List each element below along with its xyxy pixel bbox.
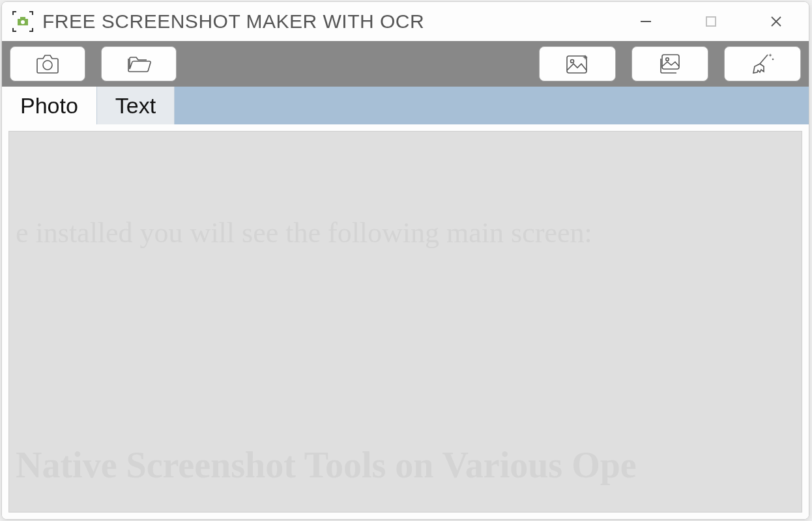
tab-photo[interactable]: Photo [2,87,97,124]
background-bleed-text-2: Native Screenshot Tools on Various Ope [16,444,637,486]
svg-point-10 [21,20,25,24]
image-canvas[interactable]: e installed you will see the following m… [8,131,802,513]
camera-icon [33,51,62,77]
tab-text[interactable]: Text [97,87,175,124]
tab-text-label: Text [115,93,156,119]
maximize-icon [704,14,718,29]
folder-open-icon [124,51,153,77]
tab-photo-label: Photo [20,93,78,119]
toolbar [2,41,809,87]
svg-rect-12 [706,17,716,26]
svg-rect-16 [567,56,587,73]
svg-point-15 [43,61,52,70]
svg-point-17 [571,60,574,63]
svg-rect-9 [20,17,25,20]
minimize-icon [639,14,653,29]
images-stack-icon [656,51,684,77]
open-button[interactable] [101,46,177,81]
capture-button[interactable] [10,46,85,81]
svg-rect-5 [12,28,14,32]
window-controls [613,2,809,41]
enhance-image-button[interactable] [539,46,616,81]
content-wrap: e installed you will see the following m… [2,124,809,519]
svg-rect-18 [662,55,679,69]
tabbar: Photo Text [2,87,809,124]
close-icon [769,14,783,29]
image-sparkle-icon [563,51,592,77]
titlebar: FREE SCREENSHOT MAKER WITH OCR [2,2,809,41]
broom-icon [748,51,777,77]
close-button[interactable] [744,2,809,41]
svg-rect-1 [12,11,14,15]
svg-rect-3 [32,11,33,15]
gallery-button[interactable] [631,46,708,81]
app-window: FREE SCREENSHOT MAKER WITH OCR [1,1,809,520]
svg-point-21 [772,59,774,61]
clear-button[interactable] [724,46,801,81]
app-icon [11,10,35,33]
svg-rect-7 [32,28,33,32]
svg-line-20 [760,55,768,64]
page-title: FREE SCREENSHOT MAKER WITH OCR [42,10,613,33]
svg-point-19 [666,58,669,61]
minimize-button[interactable] [613,2,678,41]
background-bleed-text-1: e installed you will see the following m… [16,216,592,249]
maximize-button[interactable] [678,2,744,41]
